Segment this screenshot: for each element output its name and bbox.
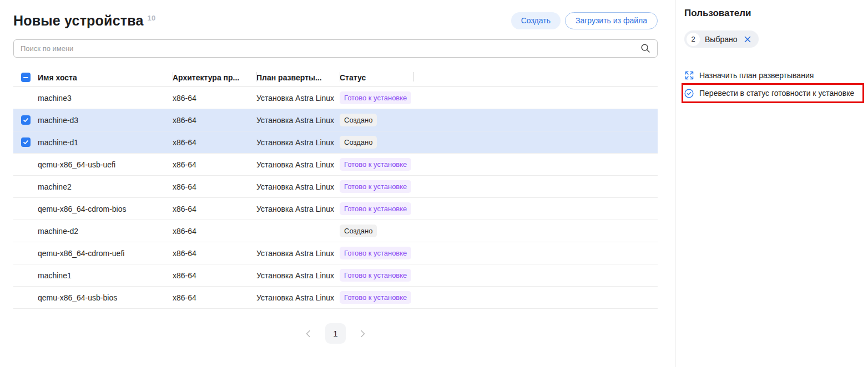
status-badge: Создано: [340, 136, 377, 149]
clear-selection-close-icon[interactable]: [744, 35, 751, 43]
table-row[interactable]: qemu-x86_64-usb-uefi x86-64 Установка As…: [13, 154, 658, 176]
plan-cell: Установка Astra Linux: [256, 87, 340, 109]
empty-cell: [413, 287, 658, 308]
empty-cell: [413, 176, 658, 197]
plan-cell: Установка Astra Linux: [256, 109, 340, 131]
table-row[interactable]: machine1 x86-64 Установка Astra Linux Го…: [13, 264, 658, 287]
status-badge: Готово к установке: [340, 269, 411, 282]
selection-label: Выбрано: [705, 35, 738, 44]
main-content: Новые устройства10 Создать Загрузить из …: [0, 0, 675, 367]
row-checkbox[interactable]: [21, 115, 31, 125]
hostname-cell: qemu-x86_64-cdrom-uefi: [38, 242, 173, 264]
hostname-cell: machine2: [38, 176, 173, 197]
architecture-cell: x86-64: [173, 220, 256, 242]
hostname-cell: qemu-x86_64-cdrom-bios: [38, 198, 173, 220]
pagination-next-icon[interactable]: [353, 324, 372, 343]
plan-cell: Установка Astra Linux: [256, 264, 340, 286]
check-circle-icon: [684, 89, 694, 98]
status-cell: Готово к установке: [340, 264, 413, 286]
empty-cell: [413, 198, 658, 220]
topbar-buttons: Создать Загрузить из файла: [511, 12, 658, 29]
devices-table: Имя хоста Архитектура пр... План разверт…: [13, 68, 658, 309]
create-button[interactable]: Создать: [511, 12, 561, 29]
status-cell: Готово к установке: [340, 154, 413, 175]
table-header-row: Имя хоста Архитектура пр... План разверт…: [13, 68, 658, 87]
row-checkbox[interactable]: [21, 137, 31, 147]
sidebar-users: Пользователи 2 Выбрано Назначить план ра…: [675, 0, 868, 367]
header-architecture[interactable]: Архитектура пр...: [173, 68, 256, 86]
status-badge: Готово к установке: [340, 202, 411, 215]
row-checkbox-cell: [13, 176, 38, 197]
empty-cell: [413, 242, 658, 264]
row-checkbox-cell: [13, 154, 38, 175]
select-all-checkbox-indeterminate[interactable]: [21, 73, 31, 82]
empty-cell: [413, 87, 658, 109]
plan-cell: Установка Astra Linux: [256, 287, 340, 308]
table-row[interactable]: qemu-x86_64-cdrom-uefi x86-64 Установка …: [13, 242, 658, 264]
status-badge: Готово к установке: [340, 247, 411, 259]
search-bar: [13, 39, 658, 58]
architecture-cell: x86-64: [173, 242, 256, 264]
pagination-page-1[interactable]: 1: [325, 323, 346, 344]
status-cell: Создано: [340, 131, 413, 153]
plan-cell: Установка Astra Linux: [256, 131, 340, 153]
table-row[interactable]: qemu-x86_64-usb-bios x86-64 Установка As…: [13, 287, 658, 309]
architecture-cell: x86-64: [173, 198, 256, 220]
upload-from-file-button[interactable]: Загрузить из файла: [565, 12, 658, 29]
status-badge: Готово к установке: [340, 158, 411, 171]
devices-count-badge: 10: [148, 14, 156, 22]
row-checkbox-cell: [13, 131, 38, 153]
hostname-cell: qemu-x86_64-usb-bios: [38, 287, 173, 308]
plan-cell: Установка Astra Linux: [256, 198, 340, 220]
selection-count: 2: [687, 33, 700, 46]
indeterminate-minus-icon: [23, 77, 28, 78]
header-checkbox-cell: [13, 68, 38, 86]
empty-cell: [413, 131, 658, 153]
row-checkbox-cell: [13, 109, 38, 131]
empty-cell: [413, 220, 658, 242]
table-row[interactable]: qemu-x86_64-cdrom-bios x86-64 Установка …: [13, 198, 658, 220]
pagination-prev-icon[interactable]: [299, 324, 318, 343]
status-cell: Готово к установке: [340, 176, 413, 197]
plan-cell: [256, 220, 340, 242]
table-row[interactable]: machine-d3 x86-64 Установка Astra Linux …: [13, 109, 658, 131]
topbar: Новые устройства10 Создать Загрузить из …: [13, 11, 658, 30]
action-label: Назначить план развертывания: [699, 71, 814, 80]
header-plan[interactable]: План разверты...: [256, 68, 340, 86]
action-set-ready-status[interactable]: Перевести в статус готовности к установк…: [684, 84, 864, 102]
hostname-cell: machine-d3: [38, 109, 173, 131]
status-badge: Создано: [340, 114, 377, 126]
row-checkbox-cell: [13, 220, 38, 242]
header-status[interactable]: Статус: [340, 68, 413, 86]
sidebar-title: Пользователи: [684, 8, 864, 19]
actions-list: Назначить план развертывания Перевести в…: [684, 67, 864, 102]
table-row[interactable]: machine3 x86-64 Установка Astra Linux Го…: [13, 87, 658, 109]
status-badge: Готово к установке: [340, 180, 411, 193]
empty-cell: [413, 154, 658, 175]
table-row[interactable]: machine2 x86-64 Установка Astra Linux Го…: [13, 176, 658, 198]
search-input[interactable]: [13, 39, 658, 58]
pagination: 1: [13, 323, 658, 344]
header-hostname[interactable]: Имя хоста: [38, 68, 173, 86]
action-assign-deployment-plan[interactable]: Назначить план развертывания: [684, 67, 864, 84]
plan-cell: Установка Astra Linux: [256, 176, 340, 197]
row-checkbox-cell: [13, 198, 38, 220]
row-checkbox-cell: [13, 87, 38, 109]
empty-cell: [413, 264, 658, 286]
architecture-cell: x86-64: [173, 131, 256, 153]
search-icon[interactable]: [640, 43, 650, 53]
table-row[interactable]: machine-d1 x86-64 Установка Astra Linux …: [13, 131, 658, 154]
table-row[interactable]: machine-d2 x86-64 Создано: [13, 220, 658, 242]
hostname-cell: machine1: [38, 264, 173, 286]
hostname-cell: machine3: [38, 87, 173, 109]
action-label: Перевести в статус готовности к установк…: [699, 89, 854, 98]
row-checkbox-cell: [13, 242, 38, 264]
status-cell: Создано: [340, 220, 413, 242]
hostname-cell: machine-d2: [38, 220, 173, 242]
selection-chip: 2 Выбрано: [684, 30, 759, 48]
plan-cell: Установка Astra Linux: [256, 154, 340, 175]
hostname-cell: qemu-x86_64-usb-uefi: [38, 154, 173, 175]
architecture-cell: x86-64: [173, 264, 256, 286]
page: Новые устройства10 Создать Загрузить из …: [0, 0, 868, 367]
architecture-cell: x86-64: [173, 176, 256, 197]
